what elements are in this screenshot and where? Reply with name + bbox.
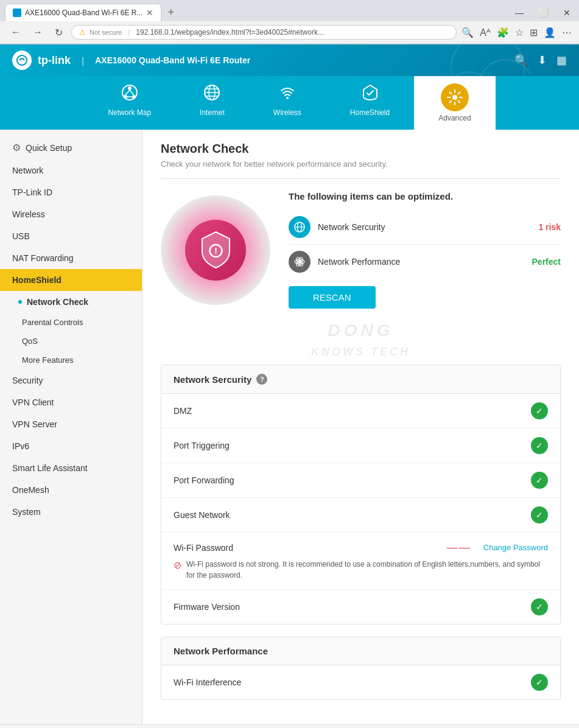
svg-point-16: [286, 97, 289, 99]
sidebar-item-network-check[interactable]: Network Check: [0, 291, 142, 313]
wifi-pw-top: Wi-Fi Password —— Change Password: [174, 541, 548, 554]
svg-point-17: [452, 95, 457, 100]
nav-item-advanced[interactable]: Advanced: [414, 76, 495, 130]
sidebar-label-network-check: Network Check: [27, 297, 130, 307]
nav-item-wireless[interactable]: Wireless: [249, 76, 326, 130]
sidebar-item-quick-setup[interactable]: ⚙ Quick Setup: [0, 136, 142, 159]
result-row-performance: Network Performance Perfect: [289, 245, 561, 279]
minimize-button[interactable]: —: [511, 7, 527, 19]
sidebar-item-parental-controls[interactable]: Parental Controls: [0, 313, 142, 332]
network-map-icon: [121, 83, 139, 106]
wireless-nav-icon: [278, 83, 297, 106]
nav-label-advanced: Advanced: [438, 114, 471, 122]
sidebar-item-nat-forwarding[interactable]: NAT Forwarding: [0, 247, 142, 269]
nav-label-homeshield: HomeShield: [350, 108, 390, 117]
content-area: Network Check Check your network for bet…: [142, 130, 579, 724]
address-bar: ← → ↻ ⚠ Not secure | 192.168.0.1/webpage…: [0, 21, 579, 44]
wifi-interference-status-icon: ✓: [531, 674, 548, 691]
header-decoration: [396, 44, 530, 76]
search-icon[interactable]: 🔍: [461, 27, 474, 38]
browser-tab[interactable]: AXE16000 Quad-Band Wi-Fi 6E R... ✕: [5, 4, 161, 21]
sidebar-item-homeshield[interactable]: HomeShield: [0, 269, 142, 291]
sidebar-label-wireless: Wireless: [12, 209, 130, 219]
sidebar-item-vpn-client[interactable]: VPN Client: [0, 391, 142, 413]
header-actions: 🔍 ⬇ ▦: [514, 54, 567, 67]
security-result-status: 1 risk: [538, 222, 561, 232]
nav-item-network-map[interactable]: Network Map: [83, 76, 175, 130]
nav-menu: Network Map Internet Wireless: [0, 76, 579, 130]
sidebar-label-onemesh: OneMesh: [12, 485, 130, 495]
wifi-warning: ⊘ Wi-Fi password is not strong. It is re…: [174, 559, 548, 581]
forward-button[interactable]: →: [29, 26, 46, 39]
row-port-forwarding: Port Forwarding ✓: [161, 463, 560, 498]
rescan-button[interactable]: RESCAN: [289, 286, 376, 309]
sidebar-item-wireless[interactable]: Wireless: [0, 203, 142, 225]
svg-point-1: [451, 44, 524, 76]
profile-icon[interactable]: 👤: [544, 27, 556, 38]
extensions-icon[interactable]: 🧩: [497, 27, 509, 38]
row-firmware-version: Firmware Version ✓: [161, 590, 560, 624]
performance-section-header: Network Performance: [161, 637, 560, 665]
firmware-version-status-icon: ✓: [531, 598, 548, 615]
page-subtitle: Check your network for better network pe…: [161, 159, 561, 179]
row-port-triggering: Port Triggering ✓: [161, 429, 560, 463]
wifi-password-label: Wi-Fi Password: [174, 543, 447, 553]
port-forwarding-status-icon: ✓: [531, 472, 548, 489]
sidebar-label-usb: USB: [12, 231, 130, 241]
more-icon[interactable]: ⋯: [562, 27, 572, 38]
wifi-password-dots: ——: [447, 541, 471, 554]
header-action-icon1[interactable]: ⬇: [538, 54, 547, 67]
collections-icon[interactable]: ⊞: [530, 27, 538, 38]
translate-icon[interactable]: Aᴬ: [480, 27, 491, 38]
shield-inner: !: [185, 220, 246, 281]
address-input[interactable]: ⚠ Not secure | 192.168.0.1/webpages/inde…: [71, 25, 457, 40]
sidebar-label-qos: QoS: [22, 337, 38, 346]
favorites-icon[interactable]: ☆: [515, 27, 524, 38]
security-result-label: Network Sercurity: [318, 222, 531, 232]
security-help-button[interactable]: ?: [256, 374, 267, 385]
nav-item-homeshield[interactable]: HomeShield: [326, 76, 414, 130]
sidebar-item-vpn-server[interactable]: VPN Server: [0, 413, 142, 435]
reload-button[interactable]: ↻: [51, 26, 66, 40]
row-guest-network: Guest Network ✓: [161, 498, 560, 533]
change-password-link[interactable]: Change Password: [483, 543, 548, 552]
internet-icon: [203, 83, 221, 106]
back-button[interactable]: ←: [7, 26, 24, 39]
wifi-warning-text: Wi-Fi password is not strong. It is reco…: [186, 559, 548, 581]
sidebar-item-system[interactable]: System: [0, 501, 142, 523]
nav-label-network-map: Network Map: [108, 108, 151, 117]
quick-setup-icon: ⚙: [12, 142, 21, 153]
svg-text:!: !: [214, 246, 217, 256]
tplink-header: tp-link | AXE16000 Quad-Band Wi-Fi 6E Ro…: [0, 44, 579, 76]
tab-favicon: [13, 9, 21, 17]
sidebar-item-network[interactable]: Network: [0, 159, 142, 181]
svg-point-3: [448, 72, 491, 76]
header-search-icon[interactable]: 🔍: [514, 54, 528, 67]
homeshield-nav-icon: [361, 83, 379, 106]
sidebar-item-onemesh[interactable]: OneMesh: [0, 479, 142, 501]
close-button[interactable]: ✕: [560, 7, 574, 19]
new-tab-button[interactable]: +: [164, 5, 178, 20]
sidebar-item-ipv6[interactable]: IPv6: [0, 435, 142, 457]
tab-close-button[interactable]: ✕: [146, 8, 153, 18]
sidebar-item-security[interactable]: Security: [0, 369, 142, 391]
sidebar-item-smart-life-assistant[interactable]: Smart Life Assistant: [0, 457, 142, 479]
results-title: The following items can be optimized.: [289, 191, 561, 201]
sidebar-item-qos[interactable]: QoS: [0, 332, 142, 351]
header-action-icon2[interactable]: ▦: [556, 54, 567, 67]
sidebar-label-nat-forwarding: NAT Forwarding: [12, 253, 130, 263]
security-section-title: Network Sercurity: [174, 374, 251, 385]
maximize-button[interactable]: ⬜: [535, 7, 552, 19]
security-section: Network Sercurity ? DMZ ✓ Port Triggerin…: [161, 365, 561, 625]
firmware-version-label: Firmware Version: [174, 602, 531, 612]
page-title: Network Check: [161, 142, 561, 156]
sidebar-item-tp-link-id[interactable]: TP-Link ID: [0, 181, 142, 203]
nav-item-internet[interactable]: Internet: [175, 76, 249, 130]
url-text: 192.168.0.1/webpages/index.html?t=3ed400…: [136, 28, 449, 37]
sidebar-label-smart-life-assistant: Smart Life Assistant: [12, 463, 130, 473]
row-dmz: DMZ ✓: [161, 394, 560, 429]
sidebar-item-usb[interactable]: USB: [0, 225, 142, 247]
sidebar-item-more-features[interactable]: More Features: [0, 351, 142, 369]
sidebar-label-network: Network: [12, 166, 130, 175]
check-hero: ! The following items can be optimized.: [161, 191, 561, 309]
